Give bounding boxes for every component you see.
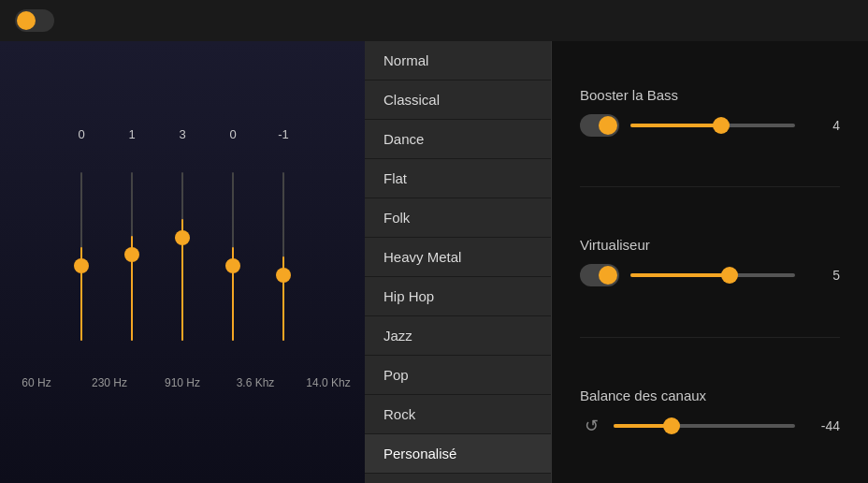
virtualiseur-fill xyxy=(630,273,730,277)
balance-label: Balance des canaux xyxy=(580,388,840,403)
virtualiseur-row: 5 xyxy=(580,264,840,286)
divider-2 xyxy=(580,337,840,338)
dropdown-item-10[interactable]: Personalisé xyxy=(365,434,551,474)
balance-track xyxy=(614,424,795,428)
top-bar xyxy=(0,0,868,41)
virtualiseur-group: Virtualiseur 5 xyxy=(580,237,840,286)
main-content: 0 1 3 0 -1 xyxy=(0,41,868,483)
dropdown-item-9[interactable]: Rock xyxy=(365,395,551,434)
main-toggle-knob xyxy=(17,11,36,30)
eq-band-value-4: -1 xyxy=(278,127,289,141)
eq-band-knob-0[interactable] xyxy=(74,258,89,273)
eq-band-4[interactable]: -1 xyxy=(269,127,297,341)
dropdown-item-5[interactable]: Heavy Metal xyxy=(365,238,551,277)
booster-bass-fill xyxy=(630,124,721,127)
dropdown-item-0[interactable]: Normal xyxy=(365,41,551,80)
preset-dropdown[interactable]: NormalClassicalDanceFlatFolkHeavy MetalH… xyxy=(365,41,552,483)
right-panel: Booster la Bass 4 Virtualiseur xyxy=(552,41,868,483)
eq-freq-label-2: 910 Hz xyxy=(157,376,208,389)
booster-bass-value: 4 xyxy=(806,118,840,133)
eq-band-track-1[interactable] xyxy=(131,172,133,341)
dropdown-item-6[interactable]: Hip Hop xyxy=(365,277,551,316)
booster-bass-label: Booster la Bass xyxy=(580,87,840,103)
booster-bass-knob[interactable] xyxy=(713,117,730,134)
eq-band-value-2: 3 xyxy=(179,127,185,141)
eq-freq-label-4: 14.0 Khz xyxy=(303,376,354,389)
eq-band-1[interactable]: 1 xyxy=(118,127,146,341)
eq-band-track-4[interactable] xyxy=(282,172,284,341)
virtualiseur-knob[interactable] xyxy=(721,267,738,284)
eq-band-value-0: 0 xyxy=(78,127,84,141)
dropdown-item-8[interactable]: Pop xyxy=(365,356,551,395)
dropdown-item-2[interactable]: Dance xyxy=(365,120,551,159)
booster-bass-toggle[interactable] xyxy=(580,114,619,137)
dropdown-item-1[interactable]: Classical xyxy=(365,80,551,120)
booster-bass-row: 4 xyxy=(580,114,840,137)
eq-band-value-3: 0 xyxy=(229,127,236,141)
balance-slider[interactable] xyxy=(614,424,795,428)
balance-value: -44 xyxy=(806,418,840,433)
main-toggle[interactable] xyxy=(15,9,54,32)
eq-band-track-3[interactable] xyxy=(232,172,234,341)
dropdown-item-7[interactable]: Jazz xyxy=(365,316,551,356)
eq-freq-label-3: 3.6 Khz xyxy=(230,376,281,389)
eq-freq-labels: 60 Hz230 Hz910 Hz3.6 Khz14.0 Khz xyxy=(11,376,354,389)
eq-band-0[interactable]: 0 xyxy=(67,127,95,341)
balance-reset-icon[interactable]: ↺ xyxy=(580,415,602,437)
eq-freq-label-1: 230 Hz xyxy=(84,376,135,389)
booster-bass-group: Booster la Bass 4 xyxy=(580,87,840,137)
eq-band-knob-1[interactable] xyxy=(124,247,139,262)
eq-sliders: 0 1 3 0 -1 xyxy=(67,125,297,369)
eq-band-knob-4[interactable] xyxy=(276,268,291,283)
virtualiseur-track xyxy=(630,273,795,277)
virtualiseur-label: Virtualiseur xyxy=(580,237,840,253)
balance-group: Balance des canaux ↺ -44 xyxy=(580,388,840,437)
dropdown-item-3[interactable]: Flat xyxy=(365,159,551,198)
virtualiseur-value: 5 xyxy=(806,268,840,283)
eq-band-value-1: 1 xyxy=(128,127,135,141)
dropdown-item-4[interactable]: Folk xyxy=(365,198,551,238)
virtualiseur-slider[interactable] xyxy=(630,273,795,277)
virtualiseur-toggle[interactable] xyxy=(580,264,619,286)
eq-band-track-2[interactable] xyxy=(181,172,183,341)
eq-freq-label-0: 60 Hz xyxy=(11,376,62,389)
balance-row: ↺ -44 xyxy=(580,415,840,437)
eq-band-3[interactable]: 0 xyxy=(219,127,247,341)
booster-bass-track xyxy=(630,124,795,127)
eq-band-knob-3[interactable] xyxy=(225,258,240,273)
booster-bass-toggle-knob xyxy=(599,116,617,135)
virtualiseur-toggle-knob xyxy=(599,266,617,285)
equalizer-panel: 0 1 3 0 -1 xyxy=(0,41,365,483)
eq-band-2[interactable]: 3 xyxy=(168,127,196,341)
balance-knob[interactable] xyxy=(663,417,680,434)
eq-band-track-0[interactable] xyxy=(80,172,82,341)
eq-band-knob-2[interactable] xyxy=(175,230,190,245)
booster-bass-slider[interactable] xyxy=(630,124,795,127)
divider-1 xyxy=(580,186,840,187)
